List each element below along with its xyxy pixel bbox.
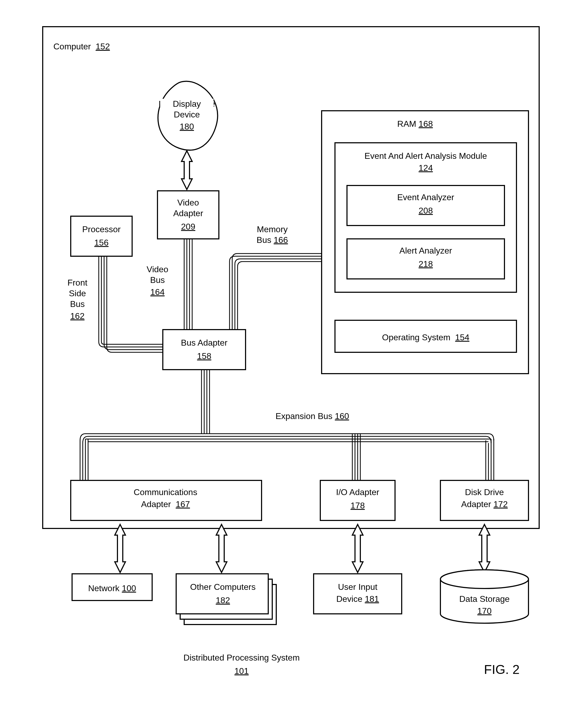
figure-label: FIG. 2 xyxy=(484,663,519,677)
footer-label: Distributed Processing System xyxy=(183,653,300,663)
network-num: 100 xyxy=(122,584,136,593)
video-bus-label-l2: Bus xyxy=(150,275,165,285)
other-computers-label: Other Computers xyxy=(190,582,255,592)
fsb-label-l1: Front xyxy=(67,278,87,288)
video-adapter-label-l2: Adapter xyxy=(173,208,203,218)
computer-num: 152 xyxy=(96,42,110,51)
network-label: Network 100 xyxy=(88,584,136,593)
uid-num: 181 xyxy=(365,594,379,604)
os-num: 154 xyxy=(455,333,469,342)
processor-label: Processor xyxy=(82,225,121,234)
io-adapter-num: 178 xyxy=(351,501,364,510)
fsb-num: 162 xyxy=(70,311,84,321)
svg-rect-20 xyxy=(320,480,395,521)
ea-module-num: 124 xyxy=(419,163,433,173)
other-computers-block: Other Computers 182 xyxy=(176,574,276,625)
svg-rect-2 xyxy=(71,216,132,256)
expansion-bus-label: Expansion Bus 160 xyxy=(275,411,349,421)
memory-bus-num: 166 xyxy=(274,235,288,245)
disk-adapter-label-l1: Disk Drive xyxy=(465,487,504,497)
fsb-label-l2: Side xyxy=(69,289,86,298)
event-analyzer-num: 208 xyxy=(419,206,433,215)
data-storage-num: 170 xyxy=(477,606,491,616)
video-adapter-block: Video Adapter 209 xyxy=(158,191,219,239)
alert-analyzer-num: 218 xyxy=(419,259,433,269)
arrow-io-uid xyxy=(352,524,363,572)
ram-block: RAM 168 Event And Alert Analysis Module … xyxy=(322,111,528,374)
arrow-comm-other xyxy=(216,524,227,572)
disk-adapter-num: 172 xyxy=(493,499,508,509)
svg-rect-26 xyxy=(314,574,402,614)
comm-adapter-num: 167 xyxy=(176,499,190,509)
disk-adapter-label: Adapter 172 xyxy=(461,499,508,509)
memory-bus-label-l1: Memory xyxy=(257,225,288,234)
alert-analyzer-label: Alert Analyzer xyxy=(399,246,452,255)
processor-block: Processor 156 xyxy=(71,216,132,256)
data-storage-label: Data Storage xyxy=(459,594,510,604)
display-num: 180 xyxy=(180,122,194,131)
computer-title: Computer 152 xyxy=(54,42,110,51)
other-computers-num: 182 xyxy=(216,595,230,605)
svg-rect-25 xyxy=(176,574,268,614)
diagram-root: Computer 152 Display Device Display Devi… xyxy=(0,0,588,715)
svg-point-28 xyxy=(440,570,528,588)
user-input-device-block: User Input Device 181 xyxy=(314,574,402,614)
uid-label-l1: User Input xyxy=(338,582,377,592)
event-analyzer-label: Event Analyzer xyxy=(397,192,454,202)
io-adapter-label: I/O Adapter xyxy=(336,487,379,497)
expansion-bus-num: 160 xyxy=(335,411,349,421)
svg-rect-6 xyxy=(347,186,504,226)
bus-adapter-block: Bus Adapter 158 xyxy=(163,330,246,370)
ram-label: RAM 168 xyxy=(397,119,433,129)
uid-label: Device 181 xyxy=(336,594,379,604)
ram-num: 168 xyxy=(419,119,433,129)
svg-rect-7 xyxy=(347,239,504,279)
io-adapter-block: I/O Adapter 178 xyxy=(320,480,395,521)
video-adapter-label-l1: Video xyxy=(177,198,199,207)
video-bus-label-l1: Video xyxy=(147,265,168,274)
video-bus-num: 164 xyxy=(150,287,164,297)
display-label-line2: Device xyxy=(174,110,200,119)
comm-adapter-label-l1: Communications xyxy=(134,487,197,497)
fsb-label-l3: Bus xyxy=(70,299,85,309)
arrow-disk-storage xyxy=(479,524,490,572)
data-storage-block: Data Storage 170 xyxy=(440,570,528,623)
bus-adapter-label: Bus Adapter xyxy=(181,338,228,348)
display-label-line1: Display xyxy=(173,99,201,109)
network-block: Network 100 xyxy=(72,574,152,601)
os-label: Operating System 154 xyxy=(382,333,469,342)
ea-module-label: Event And Alert Analysis Module xyxy=(364,151,487,161)
svg-rect-3 xyxy=(163,330,246,370)
comm-adapter-block: Communications Adapter 167 xyxy=(71,480,261,521)
footer-num: 101 xyxy=(234,666,249,676)
video-adapter-num: 209 xyxy=(181,222,195,231)
processor-num: 156 xyxy=(94,238,108,247)
comm-adapter-label: Adapter 167 xyxy=(141,499,190,509)
disk-drive-adapter-block: Disk Drive Adapter 172 xyxy=(440,480,528,521)
memory-bus-label: Bus 166 xyxy=(256,235,288,245)
bus-adapter-num: 158 xyxy=(197,351,211,361)
arrow-comm-network xyxy=(115,524,125,572)
